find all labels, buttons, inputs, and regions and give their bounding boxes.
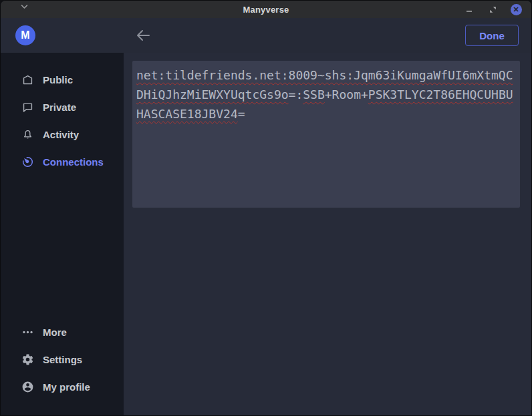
sidebar-item-label: Public (43, 74, 73, 85)
sidebar-item-activity[interactable]: Activity (1, 121, 124, 148)
close-icon: ✕ (511, 4, 522, 15)
invite-text-segment: SSB (303, 87, 325, 101)
restore-button[interactable] (485, 2, 500, 17)
sidebar-top-group: Public Private Activity (1, 66, 124, 176)
body: Public Private Activity (1, 53, 531, 415)
invite-text-segment: =: (289, 87, 303, 101)
arrow-left-icon (136, 29, 150, 41)
header: M Done (1, 18, 531, 53)
sidebar-item-private[interactable]: Private (1, 93, 124, 121)
manyverse-logo: M (15, 25, 35, 45)
titlebar: Manyverse ✕ (1, 1, 531, 18)
sidebar-item-my-profile[interactable]: My profile (1, 373, 124, 401)
invite-input[interactable]: net:tildefriends.net:8009~shs:Jqm63iKumg… (132, 61, 520, 208)
bulletin-board-icon (21, 73, 34, 87)
sidebar: Public Private Activity (1, 53, 124, 415)
dots-horizontal-icon (21, 326, 34, 339)
bell-icon (21, 128, 34, 142)
sidebar-item-label: More (43, 327, 67, 338)
sidebar-item-settings[interactable]: Settings (1, 346, 124, 373)
window-controls: ✕ (462, 1, 523, 18)
sidebar-item-public[interactable]: Public (1, 66, 124, 93)
back-button[interactable] (134, 27, 152, 43)
done-button[interactable]: Done (465, 25, 519, 46)
account-circle-icon (21, 381, 34, 394)
invite-text-segment: +Room+ (325, 87, 368, 101)
speech-bubble-icon (21, 101, 34, 114)
sidebar-item-label: Connections (43, 156, 104, 168)
sidebar-bottom-group: More Settings My profile (1, 319, 124, 401)
dial-icon (21, 156, 34, 169)
sidebar-item-label: Settings (43, 354, 82, 365)
sidebar-item-label: My profile (43, 381, 90, 393)
close-button[interactable]: ✕ (509, 2, 523, 17)
window-title: Manyverse (1, 5, 531, 15)
minimize-button[interactable] (462, 2, 477, 17)
invite-text-segment: = (238, 107, 245, 121)
gear-icon (21, 353, 34, 367)
sidebar-item-connections[interactable]: Connections (1, 148, 124, 176)
sidebar-item-more[interactable]: More (1, 319, 124, 346)
main-content: net:tildefriends.net:8009~shs:Jqm63iKumg… (124, 53, 531, 415)
sidebar-item-label: Activity (43, 129, 79, 140)
sidebar-item-label: Private (43, 101, 76, 113)
app-window: Manyverse ✕ M Done (0, 0, 532, 416)
